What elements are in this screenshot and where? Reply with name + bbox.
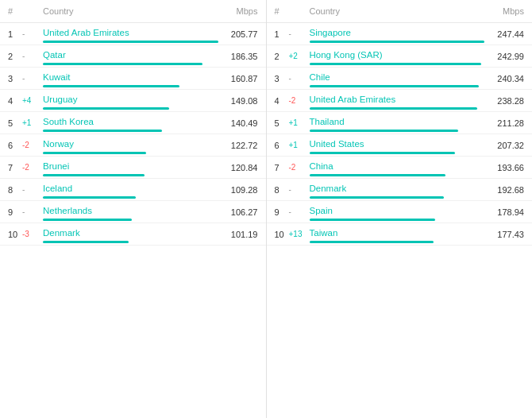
table-row: 5 +1 Thailand 211.28 [267,112,533,134]
table-row: 6 +1 United States 207.32 [267,134,533,157]
country-column: Denmark [43,228,218,243]
bar-track [310,85,485,87]
rank-number: 4 [8,95,22,106]
mbps-value: 240.34 [484,72,524,83]
header-rank: # [275,6,289,16]
bar-fill [43,107,169,110]
country-name[interactable]: Qatar [43,50,218,60]
mbps-value: 177.43 [484,228,524,239]
country-name[interactable]: Denmark [310,184,485,193]
country-column: China [310,161,485,176]
country-name[interactable]: Hong Kong (SAR) [310,50,485,60]
country-name[interactable]: Singapore [310,28,485,37]
table-header: # Country Mbps [267,0,533,23]
country-column: Brunei [43,161,218,176]
bar-fill [310,241,434,243]
bar-track [43,85,218,87]
country-name[interactable]: United Arab Emirates [43,28,218,37]
table-row: 8 - Iceland 109.28 [0,179,266,201]
country-column: Chile [310,72,485,87]
header-rank: # [8,6,22,16]
rank-number: 2 [8,50,22,61]
table-row: 10 +13 Taiwan 177.43 [267,223,533,246]
country-name[interactable]: Kuwait [43,72,218,82]
country-column: Spain [310,206,485,221]
change-value: +4 [22,95,43,105]
bar-fill [310,174,446,176]
country-name[interactable]: Denmark [43,228,218,238]
table-row: 5 +1 South Korea 140.49 [0,112,266,134]
rank-number: 5 [8,117,22,128]
change-value: - [22,50,43,60]
table-row: 1 - United Arab Emirates 205.77 [0,23,266,45]
table-row: 1 - Singapore 247.44 [267,23,533,45]
panel-left: # Country Mbps 1 - United Arab Emirates [0,0,267,418]
bar-track [310,63,485,65]
bar-fill [310,107,478,110]
table-row: 7 -2 China 193.66 [267,157,533,179]
mbps-value: 109.28 [218,184,258,195]
rank-number: 8 [8,184,22,195]
country-name[interactable]: South Korea [43,117,218,126]
change-value: +2 [289,50,310,60]
bar-track [310,41,485,43]
bar-track [43,241,218,243]
country-name[interactable]: Spain [310,206,485,215]
country-column: Denmark [310,184,485,199]
mbps-value: 186.35 [218,50,258,61]
bar-track [43,41,218,43]
country-name[interactable]: Uruguay [43,95,218,104]
country-name[interactable]: Chile [310,72,485,82]
country-name[interactable]: United Arab Emirates [310,95,485,104]
country-column: South Korea [43,117,218,132]
table-row: 8 - Denmark 192.68 [267,179,533,201]
country-name[interactable]: Netherlands [43,206,218,215]
country-column: Netherlands [43,206,218,221]
change-value: +1 [22,117,43,127]
change-value: -2 [289,95,310,105]
table-row: 4 -2 United Arab Emirates 238.28 [267,90,533,112]
header-country: Country [43,6,210,16]
mbps-value: 242.99 [484,50,524,61]
header-mbps: Mbps [476,6,524,16]
table-row: 7 -2 Brunei 120.84 [0,157,266,179]
mbps-value: 149.08 [218,95,258,106]
change-value: -2 [22,161,43,172]
bar-track [43,219,218,221]
table-row: 2 - Qatar 186.35 [0,45,266,68]
mbps-value: 192.68 [484,184,524,195]
bar-fill [43,174,145,176]
bar-fill [43,85,179,87]
country-column: United States [310,139,485,154]
rank-number: 6 [8,139,22,150]
country-column: Qatar [43,50,218,65]
country-column: Taiwan [310,228,485,243]
country-name[interactable]: Taiwan [310,228,485,238]
rank-number: 6 [275,139,289,150]
rank-number: 9 [275,206,289,217]
bar-track [310,107,485,110]
change-value: -3 [22,228,43,238]
country-column: Kuwait [43,72,218,87]
country-name[interactable]: Iceland [43,184,218,193]
rank-number: 2 [275,50,289,61]
rank-number: 7 [8,161,22,172]
country-name[interactable]: Norway [43,139,218,149]
change-value: - [289,184,310,194]
table-row: 10 -3 Denmark 101.19 [0,223,266,246]
country-name[interactable]: United States [310,139,485,149]
country-column: United Arab Emirates [43,28,218,43]
table-row: 4 +4 Uruguay 149.08 [0,90,266,112]
country-column: United Arab Emirates [310,95,485,110]
bar-track [43,174,218,176]
country-name[interactable]: Brunei [43,161,218,171]
rank-number: 3 [275,72,289,83]
country-column: Norway [43,139,218,154]
rank-number: 9 [8,206,22,217]
rank-number: 7 [275,161,289,172]
country-name[interactable]: China [310,161,485,171]
bar-fill [310,63,481,65]
rank-number: 10 [8,228,22,239]
country-name[interactable]: Thailand [310,117,485,126]
bar-fill [43,41,218,43]
